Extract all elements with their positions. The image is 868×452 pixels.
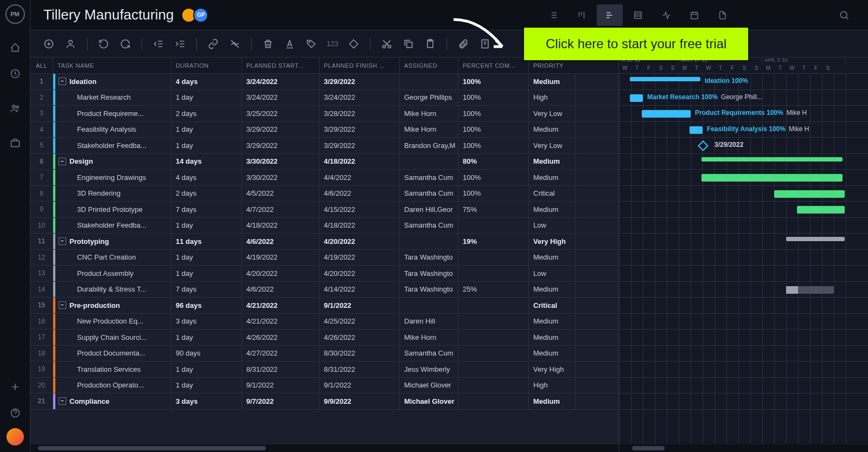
collapse-toggle[interactable]: − [59,397,66,405]
task-name-cell[interactable]: Supply Chain Sourci... [55,330,171,345]
task-name-cell[interactable]: Translation Services [55,361,171,377]
assigned-cell[interactable]: Mike Horn [400,106,458,121]
percent-cell[interactable]: 100% [458,90,529,106]
finish-cell[interactable]: 3/29/2022 [320,74,400,89]
percent-cell[interactable]: 100% [458,138,529,153]
gantt-row[interactable] [619,346,868,362]
assigned-cell[interactable] [400,154,458,170]
duration-cell[interactable]: 96 days [171,298,242,313]
gantt-bar[interactable] [690,126,703,134]
col-header-all[interactable]: ALL [30,57,53,73]
start-cell[interactable]: 4/19/2022 [242,250,320,266]
assigned-cell[interactable]: Daren Hill,Geor [400,202,458,217]
task-name-cell[interactable]: Product Requireme... [55,106,171,121]
duration-cell[interactable]: 14 days [171,154,242,170]
task-row[interactable]: 19 Translation Services 1 day 8/31/2022 … [30,361,618,378]
duration-cell[interactable]: 3 days [171,314,242,330]
delete-button[interactable] [258,34,278,54]
priority-cell[interactable]: Low [529,266,576,281]
percent-cell[interactable]: 100% [458,170,529,185]
duration-cell[interactable]: 7 days [171,202,242,217]
priority-cell[interactable]: Very High [529,361,576,377]
task-name-cell[interactable]: Stakeholder Feedba... [55,218,171,234]
gantt-body[interactable]: Ideation 100%Market Research 100%George … [619,74,868,444]
start-cell[interactable]: 3/30/2022 [242,170,320,185]
percent-cell[interactable] [458,298,529,313]
collapse-toggle[interactable]: − [59,78,66,85]
gantt-scrollbar[interactable] [619,444,868,452]
start-cell[interactable]: 3/24/2022 [242,90,320,106]
assigned-cell[interactable]: Jess Wimberly [400,361,458,377]
percent-cell[interactable]: 100% [458,186,529,202]
assigned-cell[interactable]: Samantha Cum [400,170,458,185]
portfolio-icon[interactable] [4,132,26,154]
task-row[interactable]: 18 Product Documenta... 90 days 4/27/202… [30,346,618,362]
duration-cell[interactable]: 11 days [171,234,242,249]
priority-cell[interactable]: Very High [529,234,576,249]
gantt-bar[interactable] [630,77,700,81]
duration-cell[interactable]: 1 day [171,218,242,234]
grid-scrollbar[interactable] [30,444,618,452]
add-icon[interactable] [4,376,26,398]
percent-cell[interactable] [458,330,529,345]
gantt-row[interactable] [619,298,868,314]
finish-cell[interactable]: 8/30/2022 [320,346,400,361]
duration-cell[interactable]: 2 days [171,106,242,121]
priority-cell[interactable]: Medium [529,202,576,217]
percent-cell[interactable]: 100% [458,74,529,89]
finish-cell[interactable]: 4/15/2022 [320,202,400,217]
col-header-start[interactable]: PLANNED START... [242,57,320,73]
assigned-cell[interactable] [400,74,458,89]
duration-cell[interactable]: 1 day [171,250,242,266]
number-format-label[interactable]: 123 [323,40,342,48]
gantt-row[interactable] [619,202,868,218]
finish-cell[interactable]: 8/31/2022 [320,361,400,377]
finish-cell[interactable]: 4/25/2022 [320,314,400,330]
gantt-row[interactable] [619,250,868,266]
priority-cell[interactable]: Medium [529,330,576,345]
assign-button[interactable] [61,34,80,54]
start-cell[interactable]: 3/30/2022 [242,154,320,170]
task-row[interactable]: 8 3D Rendering 2 days 4/5/2022 4/6/2022 … [30,186,618,202]
calendar-view-tab[interactable] [681,4,707,26]
priority-cell[interactable]: High [529,378,576,393]
finish-cell[interactable]: 3/29/2022 [320,122,400,138]
task-name-cell[interactable]: Production Operato... [55,378,171,393]
duration-cell[interactable]: 1 day [171,90,242,106]
outdent-button[interactable] [149,34,168,54]
priority-cell[interactable]: High [529,90,576,106]
task-row[interactable]: 21 − Compliance 3 days 9/7/2022 9/9/2022… [30,393,618,410]
task-name-cell[interactable]: Feasibility Analysis [55,122,171,138]
finish-cell[interactable]: 4/18/2022 [320,154,400,170]
collapse-toggle[interactable]: − [59,301,66,309]
task-name-cell[interactable]: − Compliance [55,393,171,409]
task-row[interactable]: 1 − Ideation 4 days 3/24/2022 3/29/2022 … [30,74,618,90]
assigned-cell[interactable]: Samantha Cum [400,218,458,234]
assigned-cell[interactable]: Tara Washingto [400,250,458,266]
gantt-bar[interactable] [786,286,834,294]
avatar-2[interactable]: GP [193,8,208,23]
gantt-row[interactable] [619,393,868,410]
board-view-tab[interactable] [569,4,595,26]
gantt-bar[interactable] [642,110,691,118]
task-row[interactable]: 17 Supply Chain Sourci... 1 day 4/26/202… [30,330,618,346]
priority-cell[interactable]: Very Low [529,106,576,121]
task-name-cell[interactable]: Durability & Stress T... [55,282,171,298]
duration-cell[interactable]: 1 day [171,138,242,153]
assigned-cell[interactable]: Mike Horn [400,122,458,138]
task-name-cell[interactable]: Engineering Drawings [55,170,171,185]
gantt-row[interactable] [619,378,868,394]
assigned-cell[interactable]: Michael Glover [400,378,458,393]
task-name-cell[interactable]: Market Research [55,90,171,106]
gantt-bar[interactable] [797,206,845,214]
task-name-cell[interactable]: − Ideation [55,74,171,89]
dashboard-view-tab[interactable] [653,4,679,26]
task-row[interactable]: 3 Product Requireme... 2 days 3/25/2022 … [30,106,618,122]
gantt-row[interactable] [619,234,868,250]
duration-cell[interactable]: 1 day [171,122,242,138]
finish-cell[interactable]: 3/28/2022 [320,106,400,121]
start-cell[interactable]: 3/29/2022 [242,122,320,138]
task-row[interactable]: 12 CNC Part Creation 1 day 4/19/2022 4/1… [30,250,618,266]
start-cell[interactable]: 9/1/2022 [242,378,320,393]
task-row[interactable]: 5 Stakeholder Feedba... 1 day 3/29/2022 … [30,138,618,154]
